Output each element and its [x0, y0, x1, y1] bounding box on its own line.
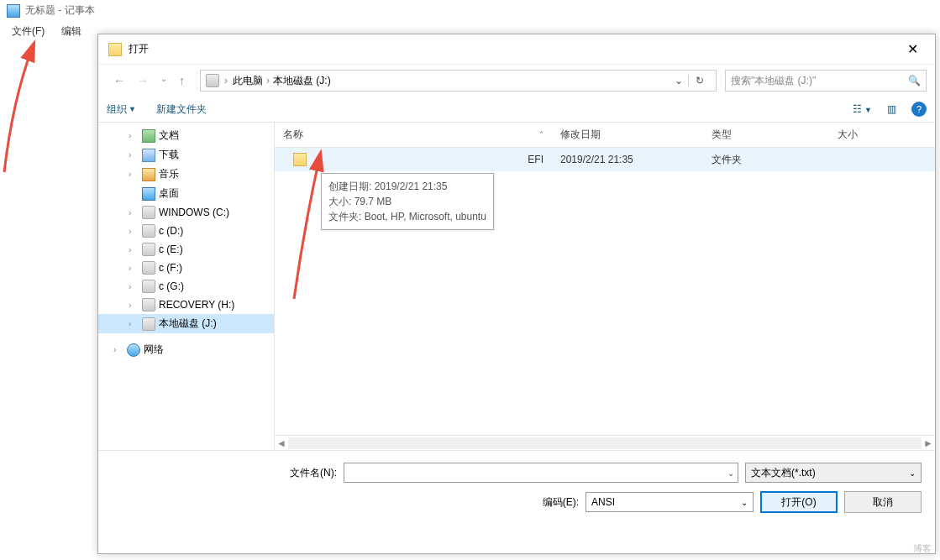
breadcrumb-pc[interactable]: 此电脑: [233, 74, 263, 88]
scroll-right-icon: ►: [923, 437, 933, 449]
tree-music[interactable]: ›音乐: [98, 165, 274, 184]
tree-local-j[interactable]: ›本地磁盘 (J:): [98, 314, 274, 333]
open-dialog: 打开 ✕ ← → ⌄ ↑ › 此电脑 › 本地磁盘 (J:) ⌄ ↻ 搜索"本地…: [97, 34, 936, 554]
folder-icon: [293, 153, 307, 166]
tree-network[interactable]: ›网络: [98, 340, 274, 359]
tree-desktop[interactable]: 桌面: [98, 184, 274, 203]
horizontal-scrollbar[interactable]: ◄►: [275, 435, 935, 450]
search-placeholder: 搜索"本地磁盘 (J:)": [731, 74, 816, 88]
notepad-icon: [7, 4, 20, 18]
encoding-select[interactable]: ANSI⌄: [586, 492, 754, 512]
col-name[interactable]: 名称˄: [275, 123, 552, 147]
list-row-efi[interactable]: EFI 2019/2/21 21:35 文件夹: [275, 148, 935, 171]
address-dropdown-icon[interactable]: ⌄: [675, 75, 683, 86]
drive-icon: [206, 74, 219, 87]
tree-documents[interactable]: ›文档: [98, 126, 274, 145]
open-button[interactable]: 打开(O): [760, 491, 838, 513]
tree-drive-d[interactable]: ›c (D:): [98, 222, 274, 240]
annotation-arrow-1: [0, 42, 50, 179]
file-list: 名称˄ 修改日期 类型 大小 EFI 2019/2/21 21:35 文件夹 创…: [275, 123, 935, 450]
notepad-title: 无标题 - 记事本: [25, 3, 95, 18]
col-size[interactable]: 大小: [829, 123, 935, 147]
encoding-label: 编码(E):: [512, 495, 579, 510]
organize-button[interactable]: 组织▼: [107, 102, 136, 117]
dialog-icon: [108, 43, 122, 56]
watermark: 博客: [913, 542, 932, 555]
search-icon: 🔍: [908, 75, 921, 86]
new-folder-button[interactable]: 新建文件夹: [156, 102, 207, 117]
tree-drive-f[interactable]: ›c (F:): [98, 259, 274, 277]
close-button[interactable]: ✕: [901, 41, 925, 57]
folder-tree: ›文档 ›下载 ›音乐 桌面 ›WINDOWS (C:) ›c (D:) ›c …: [98, 123, 275, 450]
preview-pane-icon[interactable]: ▥: [887, 103, 896, 115]
scroll-left-icon: ◄: [276, 437, 286, 449]
tree-recovery-h[interactable]: ›RECOVERY (H:): [98, 296, 274, 314]
list-header: 名称˄ 修改日期 类型 大小: [275, 123, 935, 148]
view-options-icon[interactable]: ☷ ▼: [853, 103, 872, 115]
col-type[interactable]: 类型: [703, 123, 829, 147]
help-icon[interactable]: ?: [911, 102, 927, 117]
filename-input[interactable]: ⌄: [344, 463, 738, 483]
tooltip: 创建日期: 2019/2/21 21:35 大小: 79.7 MB 文件夹: B…: [321, 173, 494, 230]
breadcrumb-drive[interactable]: 本地磁盘 (J:): [273, 74, 331, 88]
dialog-title: 打开: [129, 42, 149, 56]
refresh-icon[interactable]: ↻: [688, 75, 711, 86]
tree-drive-e[interactable]: ›c (E:): [98, 240, 274, 259]
nav-fwd-icon[interactable]: →: [137, 74, 149, 87]
nav-dropdown-icon[interactable]: ⌄: [160, 74, 167, 87]
nav-back-icon[interactable]: ←: [113, 74, 125, 87]
filename-label: 文件名(N):: [270, 466, 337, 480]
chevron-icon: ›: [224, 75, 228, 86]
col-date[interactable]: 修改日期: [552, 123, 703, 147]
tree-windows-c[interactable]: ›WINDOWS (C:): [98, 203, 274, 222]
tree-drive-g[interactable]: ›c (G:): [98, 277, 274, 296]
address-bar[interactable]: › 此电脑 › 本地磁盘 (J:) ⌄ ↻: [200, 70, 717, 92]
filetype-select[interactable]: 文本文档(*.txt)⌄: [745, 463, 922, 483]
search-input[interactable]: 搜索"本地磁盘 (J:)" 🔍: [725, 70, 927, 92]
chevron-icon: ›: [266, 75, 270, 86]
menu-edit[interactable]: 编辑: [53, 23, 90, 40]
nav-up-icon[interactable]: ↑: [179, 74, 185, 87]
tree-downloads[interactable]: ›下载: [98, 145, 274, 165]
menu-file[interactable]: 文件(F): [3, 23, 53, 40]
cancel-button[interactable]: 取消: [844, 491, 922, 513]
